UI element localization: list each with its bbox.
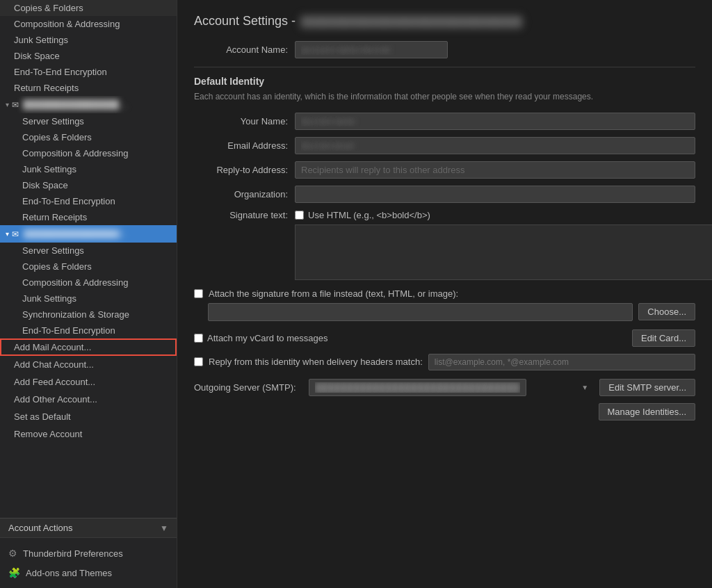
thunderbird-preferences-item[interactable]: ⚙ Thunderbird Preferences (0, 544, 177, 563)
page-title-text: Account Settings - (194, 14, 296, 28)
signature-text-label: Signature text: (194, 210, 295, 220)
sidebar-item-e2e-2[interactable]: End-To-End Encryption (0, 193, 177, 209)
signature-textarea[interactable] (295, 224, 712, 280)
sidebar-item-e2e-3[interactable]: End-To-End Encryption (0, 322, 177, 338)
page-title: Account Settings - █████████████████████… (194, 14, 695, 28)
default-identity-desc: Each account has an identity, which is t… (194, 91, 695, 103)
email-address-input[interactable] (295, 137, 695, 154)
add-chat-account-item[interactable]: Add Chat Account... (0, 356, 177, 373)
sidebar-item-sync-3[interactable]: Synchronization & Storage (0, 307, 177, 322)
account3-mail-icon: ✉ (12, 229, 19, 239)
account-actions-bar[interactable]: Account Actions ▼ (0, 518, 177, 537)
attach-vcard-label: Attach my vCard to messages (207, 333, 327, 343)
account-actions-arrow-icon: ▼ (160, 523, 168, 533)
sidebar-item-disk-2[interactable]: Disk Space (0, 177, 177, 193)
your-name-label: Your Name: (194, 116, 295, 126)
account-actions-label: Account Actions (8, 523, 73, 533)
account-name-input[interactable] (295, 41, 448, 58)
addons-themes-item[interactable]: 🧩 Add-ons and Themes (0, 563, 177, 582)
your-name-input[interactable] (295, 113, 695, 130)
account3-label: ████████████████████ (23, 229, 134, 239)
account-name-row: Account Name: (194, 41, 695, 58)
sidebar-item-composition-2[interactable]: Composition & Addressing (0, 145, 177, 161)
sidebar-item-junk-1[interactable]: Junk Settings (0, 32, 177, 48)
signature-text-row: Signature text: Use HTML (e.g., <b>bold<… (194, 210, 695, 220)
email-address-label: Email Address: (194, 140, 295, 151)
preferences-gear-icon: ⚙ (8, 548, 17, 559)
set-as-default-item[interactable]: Set as Default (0, 408, 177, 425)
edit-smtp-button[interactable]: Edit SMTP server... (599, 379, 695, 396)
preferences-label: Thunderbird Preferences (23, 548, 123, 559)
choose-file-button[interactable]: Choose... (638, 303, 695, 320)
default-identity-heading: Default Identity (194, 76, 695, 87)
smtp-select-wrapper: ████████████████████████████████ ▼ (309, 379, 594, 396)
attach-sig-row: Attach the signature from a file instead… (194, 288, 695, 299)
main-content: Account Settings - █████████████████████… (177, 0, 712, 588)
reply-identity-checkbox[interactable] (194, 357, 203, 366)
sidebar-item-receipts-1[interactable]: Return Receipts (0, 80, 177, 96)
sidebar: Copies & Folders Composition & Addressin… (0, 0, 177, 588)
sidebar-item-copies-3[interactable]: Copies & Folders (0, 259, 177, 275)
sidebar-item-junk-2[interactable]: Junk Settings (0, 161, 177, 177)
email-address-row: Email Address: (194, 137, 695, 154)
sidebar-item-server-2[interactable]: Server Settings (0, 113, 177, 129)
outgoing-server-label: Outgoing Server (SMTP): (194, 382, 303, 393)
attach-sig-file-input[interactable] (208, 303, 633, 321)
attach-vcard-checkbox[interactable] (194, 334, 203, 343)
account2-label: ████████████████████ (23, 99, 134, 110)
sidebar-item-disk-1[interactable]: Disk Space (0, 48, 177, 64)
attach-sig-file-row: Choose... (194, 303, 695, 321)
sidebar-item-junk-3[interactable]: Junk Settings (0, 291, 177, 307)
edit-card-button[interactable]: Edit Card... (632, 329, 695, 347)
account3-group-header[interactable]: ▾ ✉ ████████████████████ (0, 225, 177, 243)
organization-row: Organization: (194, 186, 695, 203)
sidebar-item-server-3[interactable]: Server Settings (0, 243, 177, 259)
sidebar-item-e2e-1[interactable]: End-To-End Encryption (0, 64, 177, 80)
sidebar-item-composition-3[interactable]: Composition & Addressing (0, 275, 177, 291)
addons-label: Add-ons and Themes (26, 568, 112, 578)
use-html-label: Use HTML (e.g., <b>bold</b>) (308, 210, 430, 220)
attach-sig-label: Attach the signature from a file instead… (209, 288, 458, 299)
account-name-label: Account Name: (194, 44, 295, 55)
sidebar-item-composition-1[interactable]: Composition & Addressing (0, 16, 177, 32)
manage-identities-row: Manage Identities... (194, 403, 695, 420)
vcard-row: Attach my vCard to messages Edit Card... (194, 329, 695, 347)
reply-to-input[interactable] (295, 161, 695, 179)
account3-arrow: ▾ (6, 230, 9, 238)
reply-to-row: Reply-to Address: (194, 161, 695, 179)
reply-identity-label: Reply from this identity when delivery h… (209, 357, 423, 367)
attach-sig-checkbox[interactable] (194, 289, 203, 298)
vcard-checkbox-row: Attach my vCard to messages (194, 333, 327, 343)
page-title-account: ████████████████████████████████ (301, 16, 521, 27)
sidebar-scroll[interactable]: Copies & Folders Composition & Addressin… (0, 0, 177, 518)
use-html-checkbox[interactable] (295, 211, 304, 220)
organization-label: Organization: (194, 189, 295, 199)
add-mail-account-item[interactable]: Add Mail Account... (0, 338, 177, 356)
sidebar-item-copies-folders-1[interactable]: Copies & Folders (0, 0, 177, 16)
outgoing-server-row: Outgoing Server (SMTP): ████████████████… (194, 379, 695, 396)
addons-puzzle-icon: 🧩 (8, 567, 20, 578)
smtp-dropdown-arrow-icon: ▼ (581, 384, 588, 391)
outgoing-server-select[interactable]: ████████████████████████████████ (309, 379, 526, 396)
add-feed-account-item[interactable]: Add Feed Account... (0, 373, 177, 391)
sidebar-item-copies-2[interactable]: Copies & Folders (0, 129, 177, 145)
account2-arrow: ▾ (6, 101, 9, 108)
use-html-row: Use HTML (e.g., <b>bold</b>) (295, 210, 430, 220)
account2-group-header[interactable]: ▾ ✉ ████████████████████ (0, 96, 177, 113)
footer-items: ⚙ Thunderbird Preferences 🧩 Add-ons and … (0, 537, 177, 588)
add-other-account-item[interactable]: Add Other Account... (0, 391, 177, 408)
reply-identity-row: Reply from this identity when delivery h… (194, 354, 695, 370)
remove-account-item[interactable]: Remove Account (0, 425, 177, 443)
sidebar-item-receipts-2[interactable]: Return Receipts (0, 209, 177, 225)
manage-identities-button[interactable]: Manage Identities... (599, 403, 695, 420)
organization-input[interactable] (295, 186, 695, 203)
reply-to-label: Reply-to Address: (194, 165, 295, 175)
your-name-row: Your Name: (194, 113, 695, 130)
account2-mail-icon: ✉ (12, 100, 19, 110)
reply-identity-input[interactable] (428, 354, 695, 370)
